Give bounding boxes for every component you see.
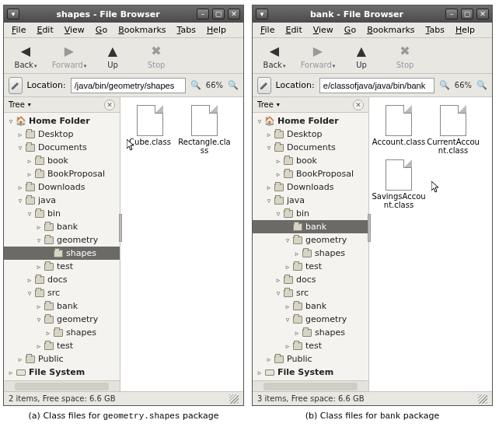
disclosure-icon[interactable]: ▹ — [35, 342, 43, 350]
up-button[interactable]: ▲Up — [96, 43, 130, 69]
tree-node-desktop[interactable]: ▹Desktop — [253, 128, 368, 141]
menu-go[interactable]: Go — [91, 23, 112, 37]
file-item[interactable]: Cube.class — [127, 105, 173, 155]
tree-node-shapes[interactable]: ▹shapes — [253, 326, 368, 339]
disclosure-icon[interactable]: ▹ — [265, 184, 273, 191]
location-input[interactable] — [71, 78, 186, 93]
menu-file[interactable]: File — [7, 23, 30, 37]
sidebar-hscrollbar[interactable] — [253, 380, 368, 391]
disclosure-icon[interactable]: ▹ — [16, 184, 24, 191]
disclosure-icon[interactable]: ▿ — [7, 117, 15, 125]
maximize-button[interactable]: ▢ — [461, 9, 473, 19]
sidebar-close-icon[interactable]: ✕ — [353, 100, 364, 110]
tree-node-bookproposal[interactable]: ▹BookProposal — [4, 167, 120, 180]
tree-node-java[interactable]: ▿java — [4, 194, 120, 207]
disclosure-icon[interactable]: ▿ — [284, 236, 291, 244]
tree-node-shapes[interactable]: ▹shapes — [253, 247, 368, 260]
disclosure-icon[interactable]: ▿ — [265, 197, 273, 205]
tree-node-docs[interactable]: ▹docs — [4, 273, 120, 286]
tree-node-src[interactable]: ▿src — [253, 286, 368, 299]
disclosure-icon[interactable]: ▹ — [274, 157, 282, 165]
disclosure-icon[interactable]: ▹ — [284, 263, 291, 271]
disclosure-icon[interactable]: ▿ — [35, 316, 43, 324]
disclosure-icon[interactable]: ▹ — [284, 303, 291, 310]
sidebar-header[interactable]: Tree▾✕ — [4, 97, 120, 113]
minimize-button[interactable]: – — [197, 9, 209, 19]
menu-edit[interactable]: Edit — [281, 23, 306, 37]
menu-view[interactable]: View — [309, 23, 338, 37]
pane-resize-handle[interactable] — [119, 214, 122, 242]
menu-go[interactable]: Go — [340, 23, 361, 37]
tree-node-geometry[interactable]: ▿geometry — [4, 313, 120, 326]
close-button[interactable]: ✕ — [476, 9, 489, 19]
window-menu-icon[interactable]: ▾ — [7, 9, 19, 19]
disclosure-icon[interactable]: ▿ — [256, 117, 263, 125]
tree-node-bank[interactable]: bank — [253, 220, 368, 233]
disclosure-icon[interactable]: ▿ — [284, 316, 291, 324]
close-button[interactable]: ✕ — [228, 9, 240, 19]
tree-node-documents[interactable]: ▿Documents — [253, 141, 368, 154]
back-button[interactable]: ◀Back▾ — [9, 43, 43, 69]
edit-location-button[interactable] — [257, 77, 271, 94]
disclosure-icon[interactable]: ▿ — [274, 289, 282, 297]
tree-node-book[interactable]: ▹book — [4, 154, 120, 167]
disclosure-icon[interactable]: ▿ — [16, 197, 24, 205]
disclosure-icon[interactable]: ▿ — [26, 210, 33, 218]
menu-view[interactable]: View — [60, 23, 89, 37]
menu-help[interactable]: Help — [451, 23, 480, 37]
menu-tabs[interactable]: Tabs — [173, 23, 201, 37]
tree-node-shapes[interactable]: shapes — [4, 247, 120, 260]
disclosure-icon[interactable]: ▹ — [7, 369, 15, 376]
minimize-button[interactable]: – — [445, 9, 458, 19]
disclosure-icon[interactable]: ▿ — [35, 236, 43, 244]
menu-bookmarks[interactable]: Bookmarks — [362, 23, 419, 37]
menu-bookmarks[interactable]: Bookmarks — [113, 23, 170, 37]
tree-node-test[interactable]: ▹test — [253, 339, 368, 352]
disclosure-icon[interactable]: ▹ — [256, 369, 263, 376]
tree-node-geometry[interactable]: ▿geometry — [253, 233, 368, 247]
disclosure-icon[interactable]: ▹ — [35, 223, 43, 231]
tree-node-geometry[interactable]: ▿geometry — [4, 233, 120, 247]
folder-tree[interactable]: ▿🏠Home Folder▹Desktop▿Documents▹book▹Boo… — [253, 113, 368, 380]
disclosure-icon[interactable]: ▿ — [265, 144, 273, 152]
titlebar[interactable]: ▾shapes - File Browser–▢✕ — [4, 5, 243, 23]
menu-edit[interactable]: Edit — [32, 23, 58, 37]
disclosure-icon[interactable]: ▹ — [26, 170, 33, 178]
folder-tree[interactable]: ▿🏠Home Folder▹Desktop▿Documents▹book▹Boo… — [4, 113, 120, 380]
tree-node-test[interactable]: ▹test — [4, 260, 120, 273]
menu-file[interactable]: File — [256, 23, 279, 37]
back-button[interactable]: ◀Back▾ — [257, 43, 291, 69]
tree-node-documents[interactable]: ▿Documents — [4, 141, 120, 154]
resize-grip[interactable] — [229, 394, 239, 404]
file-item[interactable]: SavingsAccount.class — [375, 159, 422, 209]
file-pane[interactable]: Cube.classRectangle.class — [120, 97, 243, 391]
edit-location-button[interactable] — [9, 77, 23, 94]
pane-resize-handle[interactable] — [368, 214, 371, 242]
disclosure-icon[interactable]: ▹ — [293, 329, 301, 337]
window-menu-icon[interactable]: ▾ — [256, 9, 268, 19]
maximize-button[interactable]: ▢ — [212, 9, 225, 19]
tree-node-file-system[interactable]: ▹File System — [253, 366, 368, 379]
tree-node-public[interactable]: ▹Public — [253, 352, 368, 366]
disclosure-icon[interactable]: ▹ — [274, 170, 282, 178]
tree-node-desktop[interactable]: ▹Desktop — [4, 128, 120, 141]
tree-node-bank[interactable]: ▹bank — [4, 220, 120, 233]
file-item[interactable]: Account.class — [375, 105, 422, 155]
tree-node-bin[interactable]: ▿bin — [4, 207, 120, 220]
file-item[interactable]: CurrentAccount.class — [430, 105, 476, 155]
tree-node-bin[interactable]: ▿bin — [253, 207, 368, 220]
disclosure-icon[interactable]: ▹ — [26, 276, 33, 284]
file-item[interactable]: Rectangle.class — [181, 105, 228, 155]
disclosure-icon[interactable]: ▹ — [35, 263, 43, 271]
tree-node-test[interactable]: ▹test — [4, 339, 120, 352]
disclosure-icon[interactable]: ▹ — [284, 342, 291, 350]
location-input[interactable] — [319, 78, 434, 93]
tree-node-public[interactable]: ▹Public — [4, 352, 120, 366]
disclosure-icon[interactable]: ▹ — [16, 131, 24, 138]
disclosure-icon[interactable]: ▹ — [274, 276, 282, 284]
disclosure-icon[interactable]: ▹ — [44, 329, 52, 337]
disclosure-icon[interactable]: ▹ — [16, 355, 24, 363]
tree-node-downloads[interactable]: ▹Downloads — [4, 180, 120, 194]
tree-node-file-system[interactable]: ▹File System — [4, 366, 120, 379]
tree-node-geometry[interactable]: ▿geometry — [253, 313, 368, 326]
